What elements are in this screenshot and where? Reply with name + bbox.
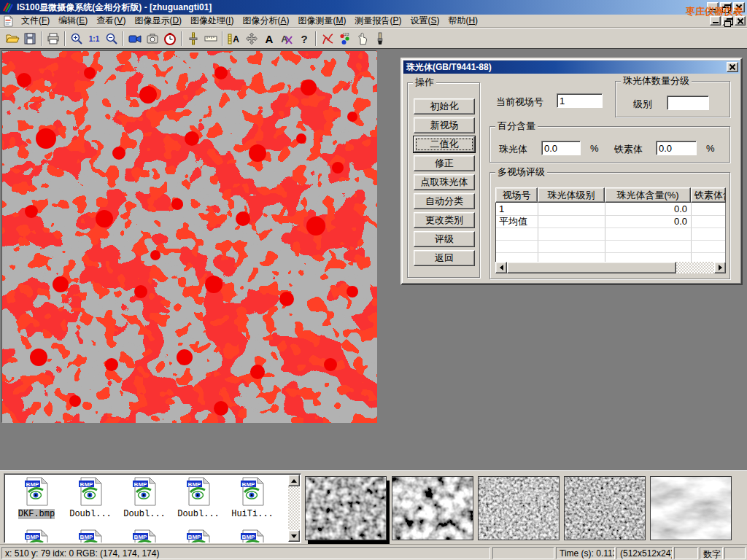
- rating-table: 视场号 珠光体级别 珠光体含量(%) 铁素体含量(%) 1 0.0: [495, 187, 726, 273]
- col-ferrite-content[interactable]: 铁素体含量(%): [691, 187, 726, 203]
- empty-panel: [724, 547, 746, 559]
- image-view[interactable]: [1, 50, 376, 422]
- thumbnail-3[interactable]: [478, 476, 560, 540]
- zoom-out-button[interactable]: [103, 30, 120, 47]
- delete-annotation-button[interactable]: A: [278, 30, 295, 47]
- table-row[interactable]: 平均值 0.0: [496, 215, 725, 228]
- left-arrow-icon: [500, 265, 503, 271]
- col-field-number[interactable]: 视场号: [495, 187, 538, 203]
- correct-button[interactable]: 修正: [414, 155, 475, 171]
- scale-label-button[interactable]: A: [225, 30, 243, 47]
- menu-image-process[interactable]: 图像处理I: [186, 14, 238, 28]
- menu-report[interactable]: 测量报告P: [350, 14, 406, 28]
- table-body[interactable]: 1 0.0 平均值 0.0: [495, 203, 726, 262]
- status-bar: x: 510 y: 79 idx: 0 RGB: (174, 174, 174)…: [0, 544, 747, 560]
- calibration-curve-button[interactable]: [319, 30, 336, 47]
- file-item[interactable]: HuiTi...: [226, 477, 279, 519]
- dialog-title-bar[interactable]: 珠光体(GB/T9441-88): [403, 61, 740, 74]
- right-arrow-icon: [719, 265, 722, 271]
- toolbar-separator: [64, 31, 66, 46]
- menu-edit[interactable]: 编辑E: [54, 14, 92, 28]
- ruler-measure-button[interactable]: [202, 30, 220, 47]
- colored-dots-icon: 123: [338, 31, 352, 46]
- file-list[interactable]: DKF.bmp Doubl... Doubl... Doubl... HuiTi…: [4, 473, 301, 543]
- cursor-position-panel: x: 510 y: 79 idx: 0 RGB: (174, 174, 174): [1, 547, 490, 559]
- document-icon[interactable]: [2, 15, 14, 27]
- title-bar: IS100显微摄像系统(金相分析版) - [zhuguangti01]: [0, 0, 747, 15]
- text-annotation-button[interactable]: A: [260, 30, 278, 47]
- col-pearlite-content[interactable]: 珠光体含量(%): [605, 187, 691, 203]
- file-item[interactable]: [10, 529, 63, 543]
- image-size-panel: (512x512x24): [616, 547, 673, 559]
- mdi-minimize-button[interactable]: [710, 16, 721, 26]
- paint-brush-button[interactable]: [371, 30, 389, 47]
- menu-image-measure[interactable]: 图像测量M: [293, 14, 350, 28]
- change-class-button[interactable]: 更改类别: [414, 212, 475, 228]
- metallograph-image: [2, 51, 377, 423]
- actual-size-button[interactable]: 1:1: [85, 30, 103, 47]
- minimize-button[interactable]: [707, 2, 719, 12]
- help-button[interactable]: ?: [295, 30, 313, 47]
- restore-button[interactable]: [720, 2, 732, 12]
- file-item[interactable]: [118, 529, 171, 543]
- bmp-file-icon: [240, 477, 265, 506]
- col-pearlite-grade[interactable]: 珠光体级别: [538, 187, 605, 203]
- menu-view[interactable]: 查看V: [92, 14, 130, 28]
- open-file-button[interactable]: [4, 30, 21, 47]
- dialog-close-button[interactable]: [727, 62, 738, 72]
- grade-input[interactable]: [667, 96, 709, 110]
- scroll-left-button[interactable]: [495, 262, 507, 273]
- pearlite-percent-input[interactable]: [541, 141, 581, 155]
- file-item[interactable]: Doubl...: [172, 477, 225, 519]
- caliper-measure-button[interactable]: [185, 30, 202, 47]
- save-button[interactable]: [21, 30, 39, 47]
- auto-classify-button[interactable]: 自动分类: [414, 193, 475, 209]
- zoom-in-button[interactable]: [68, 30, 85, 47]
- timer-button[interactable]: [161, 30, 179, 47]
- table-row[interactable]: 1 0.0: [496, 203, 725, 215]
- rate-button[interactable]: 评级: [414, 231, 475, 247]
- thumbnail-1[interactable]: [305, 476, 387, 540]
- zoom-out-icon: [104, 31, 119, 46]
- pick-pearlite-button[interactable]: 点取珠光体: [414, 174, 475, 190]
- bmp-file-icon: [132, 529, 157, 543]
- thumbnail-4[interactable]: [564, 476, 646, 540]
- file-list-scrollbar[interactable]: [288, 475, 300, 542]
- move-tool-button[interactable]: [243, 30, 260, 47]
- scroll-down-button[interactable]: [288, 530, 300, 542]
- print-button[interactable]: [44, 30, 62, 47]
- file-item[interactable]: Doubl...: [64, 477, 117, 519]
- video-capture-button[interactable]: [126, 30, 144, 47]
- new-field-button[interactable]: 新视场: [414, 117, 475, 133]
- file-item[interactable]: DKF.bmp: [10, 477, 63, 519]
- ferrite-percent-input[interactable]: [656, 141, 697, 155]
- scroll-right-button[interactable]: [714, 262, 726, 273]
- menu-image-display[interactable]: 图像显示D: [130, 14, 186, 28]
- close-button[interactable]: [733, 2, 745, 12]
- classify-points-button[interactable]: 123: [336, 30, 354, 47]
- file-item[interactable]: Doubl...: [118, 477, 171, 519]
- hand-tool-button[interactable]: [354, 30, 371, 47]
- thumbnail-5[interactable]: [650, 476, 732, 540]
- current-field-input[interactable]: [557, 93, 603, 108]
- mdi-close-button[interactable]: [735, 16, 746, 26]
- file-item[interactable]: [64, 529, 117, 543]
- binarize-button[interactable]: 二值化: [414, 136, 475, 152]
- scroll-up-button[interactable]: [288, 475, 300, 486]
- multifield-group-label: 多视场评级: [495, 166, 547, 177]
- snapshot-button[interactable]: [144, 30, 161, 47]
- mdi-restore-button[interactable]: [722, 16, 733, 26]
- file-item[interactable]: [226, 529, 279, 543]
- menu-help[interactable]: 帮助H: [444, 14, 482, 28]
- thumbnail-2[interactable]: [392, 476, 473, 540]
- menu-file[interactable]: 文件F: [17, 14, 54, 28]
- toolbar-separator: [222, 31, 223, 46]
- init-button[interactable]: 初始化: [414, 98, 475, 114]
- table-horizontal-scrollbar[interactable]: [495, 262, 726, 273]
- bottom-panel: DKF.bmp Doubl... Doubl... Doubl... HuiTi…: [0, 470, 747, 544]
- menu-image-analysis[interactable]: 图像分析A: [238, 14, 293, 28]
- return-button[interactable]: 返回: [414, 250, 475, 266]
- menu-settings[interactable]: 设置S: [406, 14, 444, 28]
- scrollbar-thumb[interactable]: [507, 262, 676, 273]
- file-item[interactable]: [172, 529, 225, 543]
